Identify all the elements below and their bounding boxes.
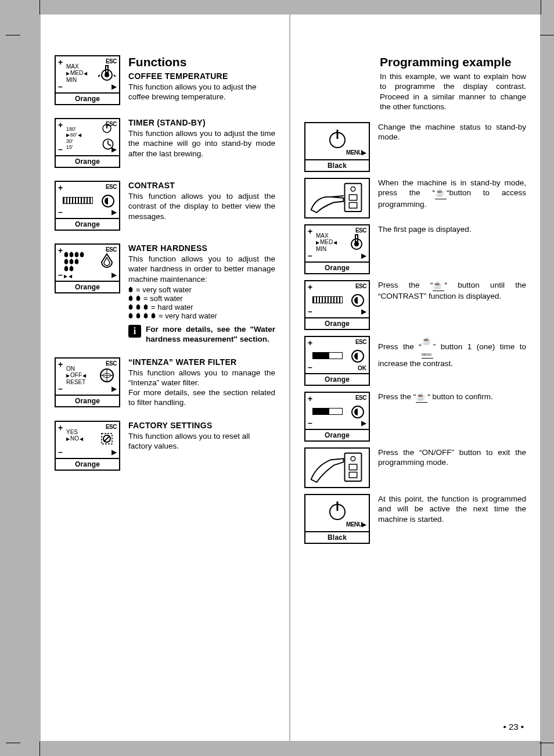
svg-point-2	[105, 73, 109, 77]
item-coffee-temperature: +– ESC▶ MAXMEDMIN Orange Functions COFFE…	[55, 55, 275, 105]
thermo-icon	[348, 234, 365, 251]
page: +– ESC▶ MAXMEDMIN Orange Functions COFFE…	[41, 15, 540, 741]
left-column: +– ESC▶ MAXMEDMIN Orange Functions COFFE…	[41, 15, 290, 741]
functions-heading: Functions	[128, 55, 275, 69]
step-7: Press the “ON/OFF” button to exit the pr…	[304, 447, 526, 488]
hand-press-diagram	[304, 178, 370, 218]
right-column: Programming example In this example, we …	[290, 15, 540, 741]
screen-timer: +– ESC▶ 180'60'30'15' Orange	[55, 118, 120, 168]
item-text: This function allows you to adjust the c…	[128, 82, 275, 102]
step-6-text: Press the “☕“ button to confirm.	[378, 392, 526, 442]
svg-point-20	[354, 242, 359, 246]
screen-factory: +– ESC▶ YESNO Orange	[55, 421, 120, 471]
step-5-text: Press the “☕MENU” button 1 (one) time to…	[378, 336, 526, 386]
svg-line-13	[104, 436, 110, 442]
screen-caption: Orange	[55, 94, 120, 105]
contrast-dial-icon	[102, 195, 114, 207]
item-contrast: +– ESC▶ Orange CONTRAST This function al…	[55, 181, 275, 231]
item-timer: +– ESC▶ 180'60'30'15' Orange TIMER (STAN…	[55, 118, 275, 168]
item-title: COFFEE TEMPERATURE	[128, 71, 275, 81]
programming-intro: In this example, we want to explain how …	[380, 71, 526, 112]
svg-rect-24	[349, 472, 357, 478]
step-6: +–ESC▶ Orange Press the “☕“ button to co…	[304, 392, 526, 442]
svg-rect-16	[349, 195, 357, 200]
step-8: MENU▶ Black At this point, the function …	[304, 494, 526, 544]
step-1: MENU▶ Black Change the machine status to…	[304, 122, 526, 172]
item-intenza: +– ESC▶ ONOFFRESET Orange “INTENZA” WATE…	[55, 357, 275, 408]
svg-rect-17	[349, 203, 357, 209]
svg-rect-21	[345, 453, 362, 481]
programming-heading: Programming example	[380, 55, 526, 69]
svg-point-15	[351, 187, 355, 192]
hardness-legend: = very soft water = soft water = hard wa…	[128, 285, 275, 320]
info-icon: i	[128, 325, 141, 338]
power-icon	[329, 132, 346, 148]
bean-button-icon: ☕	[435, 188, 447, 199]
svg-rect-14	[345, 184, 362, 212]
step-5: +–ESCOK Orange Press the “☕MENU” button …	[304, 336, 526, 386]
svg-rect-23	[349, 464, 357, 470]
bean-button-icon: ☕	[433, 280, 444, 291]
step-3: +–ESC▶ MAXMEDMIN Orange The first page i…	[304, 224, 526, 274]
screen-contrast: +– ESC▶ Orange	[55, 181, 120, 231]
bean-button-icon: ☕	[416, 392, 427, 403]
svg-line-7	[108, 144, 111, 146]
power-icon	[329, 504, 346, 520]
item-factory-settings: +– ESC▶ YESNO Orange FACTORY SETTINGS Th…	[55, 421, 275, 471]
clock-icon	[100, 137, 116, 152]
filter-icon	[98, 367, 116, 384]
reset-icon	[98, 430, 116, 447]
screen-intenza: +– ESC▶ ONOFFRESET Orange	[55, 357, 120, 408]
drop-icon	[98, 253, 116, 270]
hand-press-diagram	[304, 447, 370, 488]
menu-button-icon: ☕MENU	[422, 336, 433, 359]
step-4: +–ESC▶ Orange Press the “☕“ button until…	[304, 280, 526, 330]
screen-standby: MENU▶ Black	[304, 122, 370, 172]
svg-point-22	[351, 457, 355, 461]
info-note: i For more details, see the "Water hardn…	[128, 325, 275, 345]
thermo-icon	[98, 65, 116, 82]
step-2: When the machine is in stand-by mode, pr…	[304, 178, 526, 218]
step-4-text: Press the “☕“ button until the “CONTRAST…	[378, 280, 526, 330]
screen-coffee-temperature: +– ESC▶ MAXMEDMIN Orange	[55, 55, 120, 105]
step-2-text: When the machine is in stand-by mode, pr…	[378, 178, 526, 218]
item-water-hardness: +– ESC▶ Orange WATER HARDNESS	[55, 243, 275, 345]
screen-water-hardness: +– ESC▶ Orange	[55, 243, 120, 345]
page-number: • 23 •	[503, 722, 524, 732]
